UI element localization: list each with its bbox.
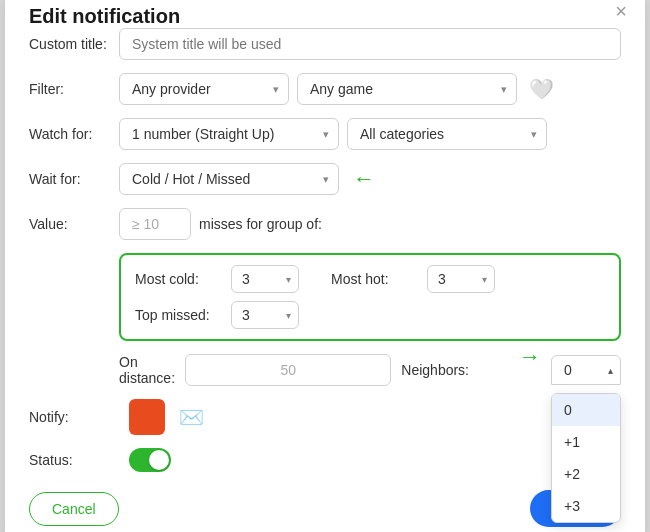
value-label: Value:: [29, 216, 119, 232]
notify-row: Notify: ✉️: [29, 399, 621, 435]
game-select-wrap: Any game Game 1 ▾: [297, 73, 517, 105]
watch-category-select-wrap: All categories Category 1 ▾: [347, 118, 547, 150]
waitfor-select[interactable]: Cold / Hot / Missed Hot Cold Missed: [119, 163, 339, 195]
neighbors-option-0[interactable]: 0: [552, 394, 620, 426]
cancel-button[interactable]: Cancel: [29, 492, 119, 526]
top-missed-label: Top missed:: [135, 307, 215, 323]
value-input[interactable]: ≥ 10: [119, 208, 191, 240]
value-controls: ≥ 10 misses for group of:: [119, 208, 621, 240]
filter-label: Filter:: [29, 81, 119, 97]
dialog-title: Edit notification: [29, 5, 180, 27]
most-cold-select-wrap: 31245 ▾: [231, 265, 299, 293]
neighbors-dropdown: 0 +1 +2 +3: [551, 393, 621, 523]
most-hot-label: Most hot:: [331, 271, 411, 287]
value-row: Value: ≥ 10 misses for group of:: [29, 208, 621, 240]
notify-label: Notify:: [29, 409, 119, 425]
waitfor-row: Wait for: Cold / Hot / Missed Hot Cold M…: [29, 163, 621, 195]
toggle-knob: [149, 450, 169, 470]
neighbors-select[interactable]: 0 +1 +2 +3: [551, 355, 621, 385]
neighbors-option-2[interactable]: +2: [552, 458, 620, 490]
waitfor-label: Wait for:: [29, 171, 119, 187]
most-cold-select[interactable]: 31245: [231, 265, 299, 293]
provider-select-wrap: Any provider Provider 1 ▾: [119, 73, 289, 105]
top-missed-select[interactable]: 31245: [231, 301, 299, 329]
favorite-button[interactable]: 🤍: [529, 77, 554, 101]
value-suffix: misses for group of:: [199, 216, 322, 232]
custom-title-field-wrap: [119, 28, 621, 60]
most-cold-label: Most cold:: [135, 271, 215, 287]
grouped-box: Most cold: 31245 ▾ Most hot: 31245 ▾ Top…: [119, 253, 621, 341]
game-select[interactable]: Any game Game 1: [297, 73, 517, 105]
watch-type-select-wrap: 1 number (Straight Up) 2 numbers ▾: [119, 118, 339, 150]
custom-title-input[interactable]: [119, 28, 621, 60]
watch-type-select[interactable]: 1 number (Straight Up) 2 numbers: [119, 118, 339, 150]
filter-row: Filter: Any provider Provider 1 ▾ Any ga…: [29, 73, 621, 105]
filter-controls: Any provider Provider 1 ▾ Any game Game …: [119, 73, 621, 105]
top-missed-select-wrap: 31245 ▾: [231, 301, 299, 329]
distance-row: On distance: 50 Neighbors: → 0 +1 +2 +3 …: [29, 354, 621, 386]
waitfor-select-wrap: Cold / Hot / Missed Hot Cold Missed ▾: [119, 163, 339, 195]
status-toggle[interactable]: [129, 448, 171, 472]
notify-color-button[interactable]: [129, 399, 165, 435]
waitfor-controls: Cold / Hot / Missed Hot Cold Missed ▾ ←: [119, 163, 621, 195]
watchfor-controls: 1 number (Straight Up) 2 numbers ▾ All c…: [119, 118, 621, 150]
distance-input[interactable]: 50: [185, 354, 391, 386]
most-hot-select[interactable]: 31245: [427, 265, 495, 293]
status-label: Status:: [29, 452, 119, 468]
grouped-row-1: Most cold: 31245 ▾ Most hot: 31245 ▾: [135, 265, 605, 293]
neighbors-option-3[interactable]: +3: [552, 490, 620, 522]
status-row: Status:: [29, 448, 621, 472]
close-button[interactable]: ×: [615, 1, 627, 21]
custom-title-label: Custom title:: [29, 36, 119, 52]
grouped-row-2: Top missed: 31245 ▾: [135, 301, 605, 329]
provider-select[interactable]: Any provider Provider 1: [119, 73, 289, 105]
neighbors-arrow-icon: →: [519, 344, 541, 370]
watchfor-label: Watch for:: [29, 126, 119, 142]
most-hot-select-wrap: 31245 ▾: [427, 265, 495, 293]
custom-title-row: Custom title:: [29, 28, 621, 60]
watch-category-select[interactable]: All categories Category 1: [347, 118, 547, 150]
neighbors-select-wrap: 0 +1 +2 +3 ▴ 0 +1 +2 +3: [551, 355, 621, 385]
watchfor-row: Watch for: 1 number (Straight Up) 2 numb…: [29, 118, 621, 150]
send-icon[interactable]: ✉️: [179, 405, 204, 429]
footer-row: Cancel Save: [29, 490, 621, 527]
distance-label: On distance:: [119, 354, 175, 386]
edit-notification-dialog: Edit notification × Custom title: Filter…: [5, 0, 645, 532]
neighbors-label: Neighbors:: [401, 362, 469, 378]
waitfor-arrow-icon: ←: [353, 166, 375, 192]
neighbors-option-1[interactable]: +1: [552, 426, 620, 458]
